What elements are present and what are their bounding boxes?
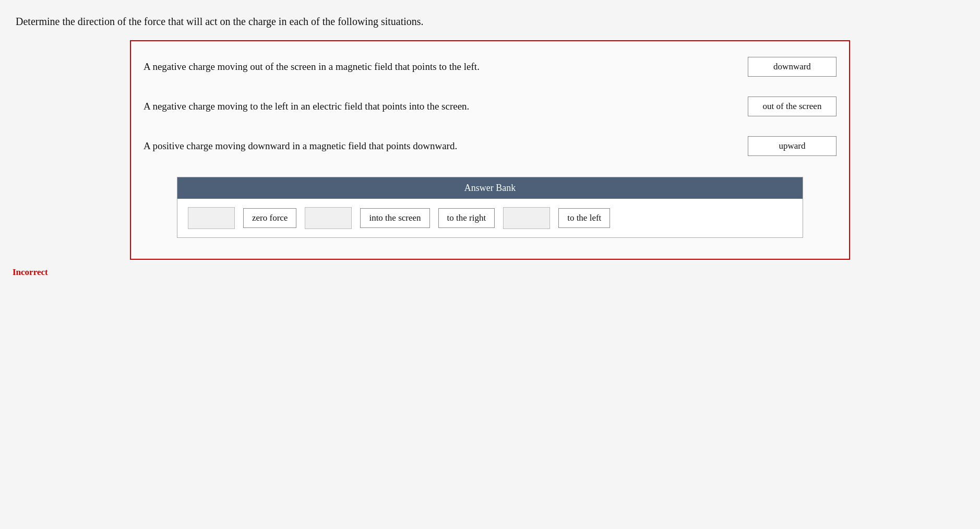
answer-bank-section: Answer Bank zero force into the screen t…	[177, 177, 803, 238]
answer-slot-empty-2[interactable]	[305, 207, 352, 229]
answer-bank-item-zero-force[interactable]: zero force	[243, 208, 296, 228]
question-text-1: A negative charge moving out of the scre…	[144, 61, 748, 73]
answer-bank-item-into-screen[interactable]: into the screen	[360, 208, 429, 228]
page-title: Determine the direction of the force tha…	[10, 16, 970, 28]
status-label: Incorrect	[10, 267, 970, 278]
answer-display-1: downward	[748, 57, 836, 77]
answer-bank-body: zero force into the screen to the right …	[177, 199, 803, 237]
answer-slot-empty-1[interactable]	[188, 207, 235, 229]
answer-display-2: out of the screen	[748, 97, 836, 116]
answer-bank-item-to-left[interactable]: to the left	[558, 208, 610, 228]
question-text-3: A positive charge moving downward in a m…	[144, 140, 748, 152]
main-container: A negative charge moving out of the scre…	[130, 40, 850, 260]
question-row-2: A negative charge moving to the left in …	[144, 97, 836, 122]
answer-slot-empty-3[interactable]	[503, 207, 550, 229]
question-row-3: A positive charge moving downward in a m…	[144, 136, 836, 161]
answer-bank-item-to-right[interactable]: to the right	[438, 208, 495, 228]
question-row-1: A negative charge moving out of the scre…	[144, 57, 836, 82]
answer-display-3: upward	[748, 136, 836, 156]
question-text-2: A negative charge moving to the left in …	[144, 101, 748, 112]
answer-bank-header: Answer Bank	[177, 177, 803, 199]
